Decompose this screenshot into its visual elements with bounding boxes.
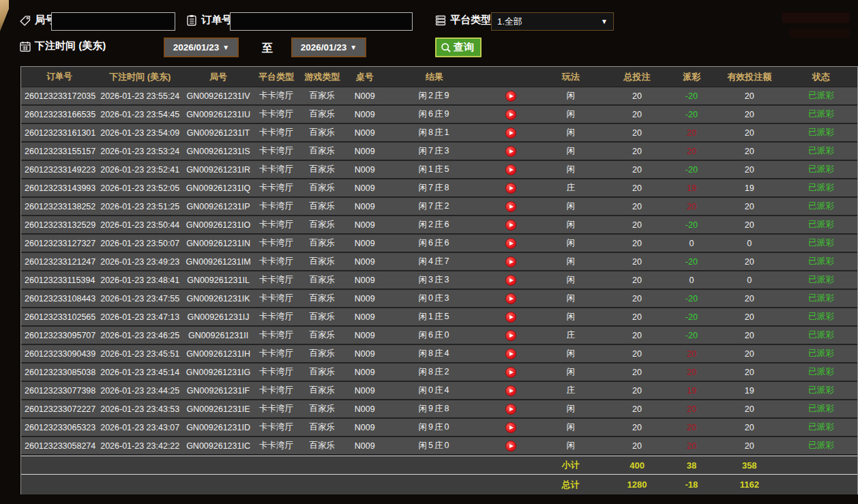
play-video-button[interactable] <box>505 164 516 175</box>
table-row: 260123233058274 2026-01-23 23:42:22 GN00… <box>21 437 857 456</box>
play-video-button[interactable] <box>505 201 516 212</box>
bet-time-cell: 2026-01-23 23:52:41 <box>98 165 183 175</box>
result-cell: 闲1庄5 <box>383 311 486 323</box>
order-label: 订单号 <box>201 14 232 27</box>
play-video-button[interactable] <box>505 330 516 341</box>
table-no-cell: N009 <box>346 91 383 101</box>
play-icon <box>509 426 514 430</box>
video-cell <box>486 256 537 267</box>
valid-bet-cell: 20 <box>713 257 785 267</box>
table-row: 260123233085038 2026-01-23 23:45:14 GN00… <box>21 364 857 382</box>
game-type-cell: 百家乐 <box>298 201 346 212</box>
order-input[interactable] <box>230 12 413 31</box>
total-label: 总计 <box>537 479 605 491</box>
round-input[interactable] <box>51 12 175 31</box>
date-to-picker[interactable]: 2026/01/23 ▼ <box>291 38 366 57</box>
platform-cell: 卡卡湾厅 <box>254 293 298 304</box>
game-type-cell: 百家乐 <box>298 311 346 323</box>
bet-time-label: 下注时间 (美东) <box>35 40 106 53</box>
bet-time-cell: 2026-01-23 23:54:09 <box>98 128 183 138</box>
round-filter: 局号 <box>19 14 55 27</box>
bet-time-cell: 2026-01-23 23:43:53 <box>98 404 183 414</box>
platform-select[interactable]: 1.全部 ▼ <box>491 12 614 31</box>
valid-bet-cell: 20 <box>713 220 785 230</box>
bet-time-cell: 2026-01-23 23:53:24 <box>98 147 183 156</box>
play-video-button[interactable] <box>505 256 516 267</box>
table-no-cell: N009 <box>346 128 383 138</box>
table-no-cell: N009 <box>346 183 383 193</box>
play-video-button[interactable] <box>505 422 516 433</box>
video-cell <box>486 293 537 304</box>
play-icon <box>509 333 514 338</box>
play-video-button[interactable] <box>505 349 516 359</box>
play-video-button[interactable] <box>505 385 516 396</box>
play-video-button[interactable] <box>505 128 516 138</box>
order-no-cell: 260123233085038 <box>21 368 98 377</box>
video-cell <box>486 183 537 194</box>
table-no-cell: N009 <box>346 423 383 432</box>
valid-bet-cell: 20 <box>713 349 785 359</box>
play-video-button[interactable] <box>505 238 516 249</box>
play-video-button[interactable] <box>505 91 516 102</box>
play-video-button[interactable] <box>505 404 516 415</box>
payout-cell: 20 <box>669 368 713 377</box>
play-video-button[interactable] <box>505 367 516 378</box>
video-cell <box>486 330 537 341</box>
platform-cell: 卡卡湾厅 <box>254 274 298 286</box>
play-icon <box>509 315 514 319</box>
platform-cell: 卡卡湾厅 <box>254 182 298 194</box>
round-no-cell: GN009261231IL <box>183 276 254 285</box>
header-play: 玩法 <box>537 71 605 83</box>
result-cell: 闲2庄6 <box>383 219 486 231</box>
result-cell: 闲1庄5 <box>383 164 486 175</box>
play-video-button[interactable] <box>505 146 516 157</box>
table-row: 260123233121247 2026-01-23 23:49:23 GN00… <box>21 253 857 271</box>
table-row: 260123233155157 2026-01-23 23:53:24 GN00… <box>21 143 857 161</box>
table-no-cell: N009 <box>346 312 383 322</box>
total-bet-cell: 20 <box>605 183 670 193</box>
status-cell: 已派彩 <box>785 421 857 433</box>
order-no-cell: 260123233149223 <box>21 165 98 175</box>
date-from-picker[interactable]: 2026/01/23 ▼ <box>164 38 239 57</box>
round-no-cell: GN009261231IU <box>183 110 254 119</box>
play-icon <box>509 407 514 411</box>
valid-bet-cell: 20 <box>713 294 785 303</box>
play-type-cell: 闲 <box>537 293 605 304</box>
play-video-button[interactable] <box>505 312 516 323</box>
play-type-cell: 闲 <box>537 403 605 415</box>
payout-cell: 20 <box>669 423 713 432</box>
valid-bet-cell: 0 <box>713 239 785 248</box>
bet-time-cell: 2026-01-23 23:47:13 <box>98 312 183 322</box>
valid-bet-cell: 20 <box>713 404 785 414</box>
game-type-cell: 百家乐 <box>298 164 346 175</box>
play-video-button[interactable] <box>505 220 516 231</box>
round-no-cell: GN009261231IK <box>183 294 254 303</box>
order-no-cell: 260123233132529 <box>21 220 98 230</box>
play-icon <box>509 352 514 356</box>
status-cell: 已派彩 <box>785 127 857 138</box>
bet-time-cell: 2026-01-23 23:54:45 <box>98 110 183 119</box>
play-video-button[interactable] <box>505 183 516 194</box>
total-bet-cell: 20 <box>605 165 670 175</box>
payout-cell: 20 <box>669 441 713 451</box>
status-cell: 已派彩 <box>785 145 857 157</box>
play-video-button[interactable] <box>505 275 516 286</box>
header-round-no: 局号 <box>183 71 254 83</box>
platform-cell: 卡卡湾厅 <box>254 256 298 267</box>
play-video-button[interactable] <box>505 109 516 120</box>
play-video-button[interactable] <box>505 441 516 451</box>
result-cell: 闲8庄1 <box>383 127 486 138</box>
status-cell: 已派彩 <box>785 219 857 231</box>
play-video-button[interactable] <box>505 293 516 304</box>
round-no-cell: GN009261231IN <box>183 239 254 248</box>
order-no-cell: 260123233090439 <box>21 349 98 359</box>
table-no-cell: N009 <box>346 239 383 248</box>
payout-cell: -20 <box>669 220 713 230</box>
query-button[interactable]: 查询 <box>435 38 482 57</box>
play-icon <box>509 149 514 153</box>
subtotal-label: 小计 <box>537 459 605 471</box>
game-type-cell: 百家乐 <box>298 127 346 138</box>
table-no-cell: N009 <box>346 294 383 303</box>
result-cell: 闲0庄3 <box>383 293 486 304</box>
game-type-cell: 百家乐 <box>298 403 346 415</box>
